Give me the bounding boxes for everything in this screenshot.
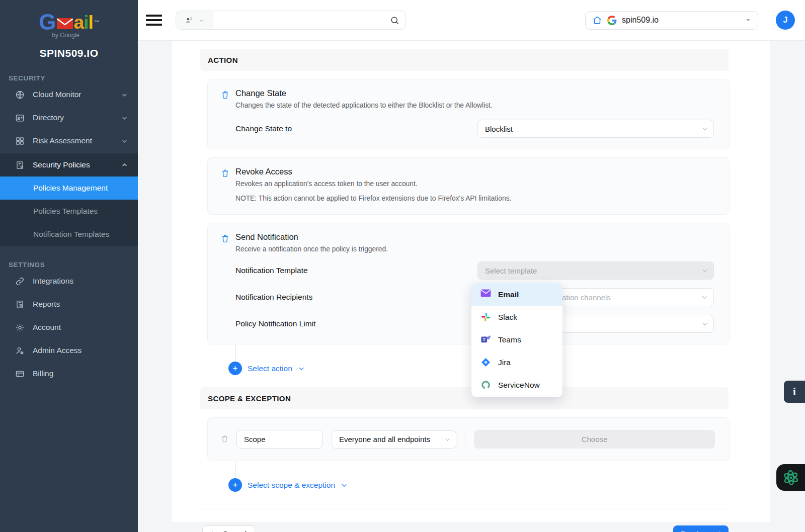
card-description: Receive a notification once the policy i… <box>235 245 388 253</box>
sidebar-item-notification-templates[interactable]: Notification Templates <box>0 223 138 246</box>
scope-choose-field[interactable]: Choose <box>474 430 715 449</box>
chevron-down-icon <box>701 320 708 327</box>
google-logo-icon <box>607 16 617 25</box>
sidebar-item-account[interactable]: Account <box>0 316 138 339</box>
sidebar-item-label: Admin Access <box>33 346 82 355</box>
change-state-to-label: Change State to <box>235 124 477 133</box>
topbar-divider <box>767 11 767 30</box>
sidebar-item-label: Risk Assessment <box>33 136 92 145</box>
scope-type-field[interactable]: Scope <box>236 430 323 449</box>
report-icon <box>15 300 25 309</box>
sidebar-item-billing[interactable]: Billing <box>0 362 138 385</box>
chevron-down-icon <box>701 125 708 132</box>
sidebar-item-directory[interactable]: Directory <box>0 106 138 129</box>
channel-option-jira[interactable]: Jira <box>471 351 562 374</box>
chevron-down-icon <box>198 17 205 24</box>
sidebar-item-policies-templates[interactable]: Policies Templates <box>0 200 138 223</box>
sidebar-item-label: Reports <box>33 300 60 309</box>
sidebar-item-admin-access[interactable]: Admin Access <box>0 339 138 362</box>
sidebar: Gail™ by Google SPIN509.IO SECURITY Clou… <box>0 0 138 532</box>
svg-text:T: T <box>482 337 486 342</box>
sidebar-subitem-label: Policies Templates <box>33 207 98 216</box>
domain-label: spin509.io <box>622 16 659 25</box>
gmail-logo-letter-a: a <box>74 13 84 32</box>
search-input[interactable] <box>213 11 390 29</box>
cancel-button[interactable]: Cancel <box>202 525 255 532</box>
sidebar-subitem-label: Notification Templates <box>33 230 109 239</box>
sidebar-item-label: Billing <box>33 369 53 378</box>
delete-action-icon[interactable] <box>220 168 230 179</box>
chevron-down-icon <box>121 115 128 121</box>
info-widget-button[interactable]: i <box>784 381 805 403</box>
chevron-down-icon <box>298 365 305 372</box>
sidebar-item-risk-assessment[interactable]: Risk Assessment <box>0 129 138 152</box>
change-state-value: Blocklist <box>485 125 513 133</box>
search-icon[interactable] <box>390 11 406 29</box>
card-title: Revoke Access <box>235 167 418 176</box>
gmail-logo-letter-l: l <box>88 13 93 32</box>
chevron-down-icon <box>745 17 751 23</box>
user-avatar[interactable]: J <box>776 11 795 30</box>
sidebar-item-cloud-monitor[interactable]: Cloud Monitor <box>0 83 138 106</box>
search-bar <box>176 11 406 30</box>
scope-target-select[interactable]: Everyone and all endpoints <box>332 430 456 449</box>
delete-scope-icon[interactable] <box>220 434 229 444</box>
sidebar-item-security-policies[interactable]: Security Policies <box>0 153 138 176</box>
preview-button[interactable]: Preview <box>673 525 729 532</box>
select-scope-exception-button[interactable]: Select scope & exception <box>228 478 770 492</box>
notification-template-placeholder: Select template <box>485 267 537 275</box>
select-action-label: Select action <box>248 364 292 373</box>
search-category-selector[interactable] <box>176 11 213 29</box>
gmail-logo-tm: ™ <box>94 20 99 25</box>
sidebar-item-integrations[interactable]: Integrations <box>0 270 138 293</box>
id-card-icon <box>15 113 25 123</box>
notification-template-select[interactable]: Select template <box>477 261 714 280</box>
choose-placeholder: Choose <box>582 435 608 444</box>
change-state-card: Change State Changes the state of the de… <box>207 79 730 149</box>
delete-action-icon[interactable] <box>220 90 230 101</box>
domain-selector[interactable]: spin509.io <box>585 11 758 30</box>
card-title: Send Notification <box>235 232 388 242</box>
delete-action-icon[interactable] <box>220 234 230 244</box>
sidebar-item-reports[interactable]: Reports <box>0 293 138 316</box>
panel-footer: Cancel Preview <box>202 525 729 532</box>
sidebar-item-label: Security Policies <box>33 160 90 169</box>
globe-icon <box>15 90 25 100</box>
jira-icon <box>480 357 491 368</box>
scope-target-value: Everyone and all endpoints <box>339 435 430 444</box>
sidebar-item-label: Account <box>33 323 61 332</box>
notification-template-label: Notification Template <box>235 266 477 275</box>
admin-user-icon <box>15 346 25 356</box>
sidebar-item-label: Directory <box>33 113 64 122</box>
home-icon <box>592 15 602 25</box>
chevron-down-icon <box>444 436 451 442</box>
channel-option-email[interactable]: Email <box>471 283 562 306</box>
policy-editor-panel: ACTION Change State Changes the state of… <box>172 41 770 522</box>
avatar-initial: J <box>783 16 788 25</box>
channel-option-label: Email <box>498 290 519 299</box>
atom-widget-button[interactable] <box>776 464 805 491</box>
card-title: Change State <box>235 88 493 98</box>
chevron-down-icon <box>701 294 708 301</box>
channel-option-servicenow[interactable]: ServiceNow <box>471 374 562 396</box>
hamburger-menu-button[interactable] <box>146 12 162 29</box>
send-notification-card: Send Notification Receive a notification… <box>207 223 730 344</box>
grid-icon <box>15 136 25 146</box>
channel-option-teams[interactable]: T Teams <box>471 328 562 351</box>
servicenow-icon <box>480 380 491 390</box>
gmail-logo-letter-g: G <box>39 11 55 33</box>
teams-icon: T <box>480 334 491 345</box>
scope-connector-line <box>235 461 235 477</box>
revoke-access-card: Revoke Access Revokes an application's a… <box>207 157 730 215</box>
scope-section-title: SCOPE & EXCEPTION <box>208 394 291 403</box>
action-connector-line <box>235 344 235 361</box>
security-policies-group: Security Policies Policies Management Po… <box>0 153 138 246</box>
revoke-access-note: NOTE: This action cannot be applied to F… <box>235 195 714 202</box>
org-name: SPIN509.IO <box>0 47 138 59</box>
topbar: spin509.io J <box>138 0 805 41</box>
channel-option-slack[interactable]: Slack <box>471 306 562 328</box>
cancel-label: Cancel <box>222 529 247 532</box>
section-label-security: SECURITY <box>9 74 138 82</box>
change-state-to-select[interactable]: Blocklist <box>477 120 714 138</box>
sidebar-item-policies-management[interactable]: Policies Management <box>0 176 138 200</box>
